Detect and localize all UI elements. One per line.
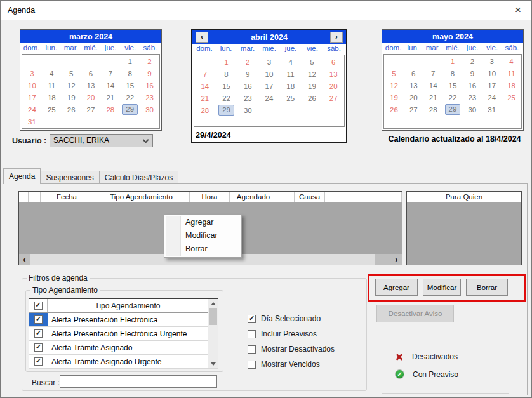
calendar-day[interactable]: 12 (302, 68, 323, 80)
calendar-day[interactable]: 4 (280, 56, 302, 68)
list-item[interactable]: Alerta Trámite Asignado (29, 341, 218, 355)
calendar-day[interactable]: 12 (384, 79, 404, 91)
vertical-scrollbar[interactable] (208, 299, 218, 368)
calendar-day[interactable]: 13 (404, 79, 423, 91)
calendar-day[interactable]: 1 (216, 56, 237, 68)
calendar-day[interactable]: 13 (81, 79, 101, 91)
menu-item-borrar[interactable]: Borrar (164, 242, 241, 256)
close-icon[interactable]: × (510, 3, 526, 18)
calendar-day[interactable]: 6 (81, 67, 101, 79)
calendar-day[interactable]: 2 (140, 55, 159, 67)
calendar-day[interactable]: 23 (140, 91, 159, 103)
calendar-day[interactable]: 10 (258, 68, 280, 80)
calendar-day[interactable]: 5 (302, 56, 323, 68)
calendar-day[interactable]: 11 (280, 68, 302, 80)
calendar-day[interactable]: 8 (443, 67, 463, 79)
option-checkbox[interactable] (248, 361, 256, 369)
calendar-day[interactable]: 15 (120, 79, 140, 91)
calendar-day[interactable]: 17 (258, 80, 280, 92)
calendar-day[interactable]: 21 (194, 92, 216, 104)
calendar-day[interactable]: 2 (237, 56, 258, 68)
buscar-input[interactable] (60, 375, 217, 388)
calendar-day[interactable]: 28 (100, 103, 120, 116)
calendar-day[interactable]: 5 (62, 67, 81, 79)
calendar-day[interactable]: 7 (100, 67, 120, 79)
next-month-icon[interactable]: › (330, 32, 343, 43)
calendar-day[interactable]: 30 (462, 103, 482, 116)
calendar-day[interactable]: 23 (237, 92, 258, 104)
calendar-day[interactable]: 24 (482, 91, 502, 103)
item-checkbox[interactable] (34, 357, 43, 366)
calendar-day[interactable]: 19 (384, 91, 404, 103)
calendar-day[interactable]: 3 (482, 55, 502, 67)
calendar-day[interactable]: 25 (502, 91, 521, 103)
calendar-day[interactable]: 27 (323, 92, 344, 104)
list-item[interactable]: Alerta Trámite Asignado Urgente (29, 355, 218, 369)
calendar-day[interactable]: 14 (423, 79, 443, 91)
calendar-day[interactable]: 31 (482, 103, 502, 116)
calendar-day[interactable]: 9 (462, 67, 482, 79)
calendar-day[interactable]: 26 (302, 92, 323, 104)
calendar-day[interactable]: 22 (443, 91, 463, 103)
item-checkbox[interactable] (34, 315, 43, 324)
list-item[interactable]: Alerta Presentación Electrónica (29, 313, 218, 327)
calendar-day[interactable]: 8 (216, 68, 237, 80)
calendar-day[interactable]: 21 (100, 91, 120, 103)
scroll-right-icon[interactable]: › (391, 254, 402, 265)
calendar-day[interactable]: 16 (462, 79, 482, 91)
calendar-day[interactable]: 26 (62, 103, 81, 116)
menu-item-modificar[interactable]: Modificar (164, 229, 241, 242)
calendar-day[interactable]: 1 (443, 55, 463, 67)
modificar-button[interactable]: Modificar (423, 279, 461, 296)
calendar-day[interactable]: 23 (462, 91, 482, 103)
calendar-day[interactable]: 30 (237, 104, 258, 116)
calendar-day[interactable]: 14 (100, 79, 120, 91)
option-mostrar-vencidos[interactable]: Mostrar Vencidos (248, 360, 320, 369)
calendar-day[interactable]: 18 (280, 80, 302, 92)
calendar-day[interactable]: 30 (140, 103, 159, 116)
calendar-day[interactable]: 5 (384, 67, 404, 79)
calendar-day[interactable]: 11 (502, 67, 521, 79)
option-incluir-preavisos[interactable]: Incluir Preavisos (248, 329, 317, 338)
calendar-day[interactable]: 24 (22, 103, 42, 116)
scrollbar-thumb[interactable] (209, 308, 217, 325)
calendar-day[interactable]: 31 (22, 116, 42, 128)
option-mostrar-desactivados[interactable]: Mostrar Desactivados (248, 345, 335, 354)
calendar-day[interactable]: 3 (22, 67, 42, 79)
calendar-day[interactable]: 10 (482, 67, 502, 79)
calendar-day[interactable]: 14 (194, 80, 216, 92)
calendar-day[interactable]: 25 (42, 103, 62, 116)
calendar-day[interactable]: 18 (502, 79, 521, 91)
calendar-day[interactable]: 27 (81, 103, 101, 116)
calendar-day[interactable]: 2 (462, 55, 482, 67)
option-checkbox[interactable] (248, 315, 256, 323)
tab-agenda[interactable]: Agenda (3, 168, 41, 184)
list-item[interactable]: Alerta Presentación Electrónica Urgente (29, 327, 218, 341)
calendar-day[interactable]: 9 (237, 68, 258, 80)
select-all-checkbox[interactable] (34, 302, 43, 310)
menu-item-agregar[interactable]: Agregar (164, 216, 241, 229)
calendar-day[interactable]: 6 (323, 56, 344, 68)
calendar-day[interactable]: 17 (482, 79, 502, 91)
calendar-day[interactable]: 18 (42, 91, 62, 103)
tab-suspensiones[interactable]: Suspensiones (41, 171, 99, 184)
calendar-day[interactable]: 15 (443, 79, 463, 91)
calendar-day[interactable]: 16 (140, 79, 159, 91)
calendar-day[interactable]: 12 (62, 79, 81, 91)
calendar-day[interactable]: 29 (120, 103, 140, 116)
calendar-day[interactable]: 24 (258, 92, 280, 104)
calendar-day[interactable]: 19 (302, 80, 323, 92)
calendar-day[interactable]: 29 (443, 103, 463, 116)
calendar-day[interactable]: 21 (423, 91, 443, 103)
calendar-day[interactable]: 7 (194, 68, 216, 80)
option-checkbox[interactable] (248, 330, 256, 338)
calendar-day[interactable]: 4 (42, 67, 62, 79)
calendar-day[interactable]: 20 (323, 80, 344, 92)
calendar-day[interactable]: 15 (216, 80, 237, 92)
agregar-button[interactable]: Agregar (375, 279, 418, 296)
calendar-day[interactable]: 4 (502, 55, 521, 67)
borrar-button[interactable]: Borrar (466, 279, 508, 296)
prev-month-icon[interactable]: ‹ (196, 32, 208, 43)
calendar-day[interactable]: 20 (404, 91, 423, 103)
calendar-day[interactable]: 13 (323, 68, 344, 80)
